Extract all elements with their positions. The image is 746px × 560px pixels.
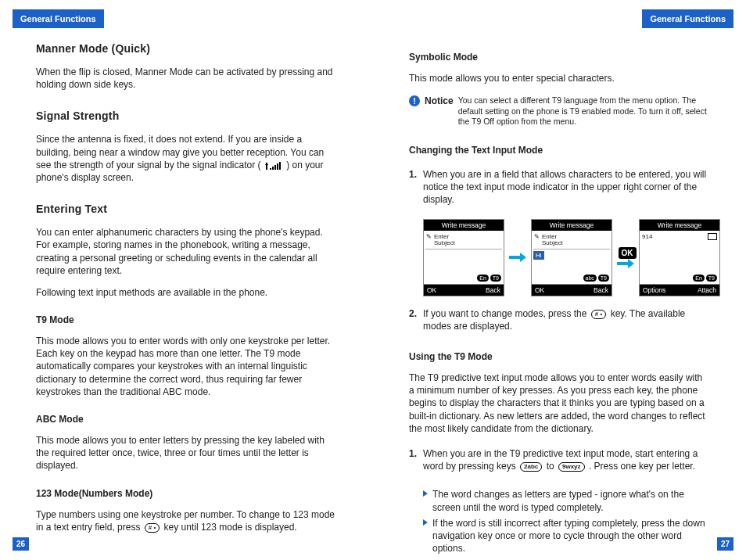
indicator-t9: T9 xyxy=(598,275,609,282)
text-entering-2: Following text input methods are availab… xyxy=(36,286,337,299)
indicator-t9: T9 xyxy=(490,275,501,282)
text-using-t9: The T9 predictive text input mode allows… xyxy=(409,372,710,435)
phone-body: ✎ Enter Subject En T9 xyxy=(424,231,504,285)
notice-block: ! Notice You can select a different T9 l… xyxy=(409,95,710,127)
text-symbolic-mode: This mode allows you to enter special ch… xyxy=(409,72,710,84)
using-t9-bullets: The word changes as letters are typed - … xyxy=(423,485,710,558)
phone-screen-3: Write message 914 En T9 Options Attach xyxy=(639,219,720,296)
heading-manner-mode: Manner Mode (Quick) xyxy=(36,42,337,55)
text-t9-mode: This mode allows you to enter words with… xyxy=(36,335,337,398)
using-t9-bullet-2: If the word is still incorrect after typ… xyxy=(423,517,710,555)
changing-step-2a: If you want to change modes, press the xyxy=(423,308,590,319)
hash-key-icon: # • xyxy=(591,310,606,319)
notice-text: You can select a different T9 language f… xyxy=(458,95,710,127)
indicator-t9: T9 xyxy=(706,275,717,282)
phone-subject-text: Enter Subject xyxy=(542,234,563,248)
indicator-en: En xyxy=(693,275,705,282)
changing-mode-steps-2: 2. If you want to change modes, press th… xyxy=(409,304,710,336)
phone-softkeys: OK Back xyxy=(424,285,504,296)
list-number: 1. xyxy=(409,447,417,460)
changing-step-1: 1. When you are in a field that allows c… xyxy=(409,168,710,206)
phone-softkeys: OK Back xyxy=(532,285,612,296)
list-number: 1. xyxy=(409,168,417,181)
phone-softkeys: Options Attach xyxy=(640,285,719,296)
text-manner-mode: When the flip is closed, Manner Mode can… xyxy=(36,66,337,91)
page-number-right: 27 xyxy=(717,537,733,551)
phone-indicator-icon xyxy=(708,233,717,240)
arrow-right-icon xyxy=(509,253,526,262)
key-2-icon: 2abc xyxy=(520,462,542,472)
softkey-right: Back xyxy=(594,286,608,294)
ok-badge: OK xyxy=(619,247,637,259)
input-mode-indicator: abc T9 xyxy=(583,275,609,282)
page-right: General Functions Symbolic Mode This mod… xyxy=(373,0,746,560)
changing-step-2: 2. If you want to change modes, press th… xyxy=(409,307,710,332)
compose-icon: ✎ xyxy=(426,234,432,241)
input-mode-indicator: En T9 xyxy=(477,275,501,282)
heading-symbolic-mode: Symbolic Mode xyxy=(409,52,710,63)
heading-using-t9: Using the T9 Mode xyxy=(409,351,710,362)
compose-icon: ✎ xyxy=(534,234,540,241)
manual-spread: General Functions Manner Mode (Quick) Wh… xyxy=(0,0,746,560)
text-123-mode: Type numbers using one keystroke per num… xyxy=(36,508,337,533)
header-row-right: General Functions xyxy=(409,9,710,28)
phone-title: Write message xyxy=(424,220,504,231)
text-123-b: key until 123 mode is displayed. xyxy=(164,522,297,533)
heading-changing-mode: Changing the Text Input Mode xyxy=(409,145,710,156)
heading-entering-text: Entering Text xyxy=(36,203,337,215)
using-t9-bullet-1: The word changes as letters are typed - … xyxy=(423,488,710,513)
phone-char-count: 914 xyxy=(642,233,652,240)
list-number: 2. xyxy=(409,307,417,320)
softkey-right: Back xyxy=(486,286,500,294)
using-t9-steps: 1. When you are in the T9 predictive tex… xyxy=(409,444,710,476)
using-step-1b: to xyxy=(547,461,557,472)
using-step-1c: . Press one key per letter. xyxy=(589,461,695,472)
signal-strength-icon xyxy=(265,161,282,170)
phone-body: 914 En T9 xyxy=(640,231,719,285)
page-left: General Functions Manner Mode (Quick) Wh… xyxy=(0,0,373,560)
indicator-en: En xyxy=(477,275,489,282)
heading-abc-mode: ABC Mode xyxy=(36,414,337,425)
phone-subject-text: Enter Subject xyxy=(434,234,455,248)
phone-screen-1: Write message ✎ Enter Subject En T9 OK B… xyxy=(423,219,504,296)
softkey-left: OK xyxy=(427,286,436,294)
section-tab-right: General Functions xyxy=(642,9,733,28)
info-icon: ! xyxy=(409,95,420,106)
phone-title: Write message xyxy=(532,220,612,231)
phone-title: Write message xyxy=(640,220,719,231)
page-number-left: 26 xyxy=(13,537,29,551)
text-abc-mode: This mode allows you to enter letters by… xyxy=(36,434,337,472)
using-t9-step-1: 1. When you are in the T9 predictive tex… xyxy=(409,447,710,472)
input-mode-indicator: En T9 xyxy=(693,275,717,282)
notice-label: Notice xyxy=(425,95,454,106)
text-entering-1: You can enter alphanumeric characters by… xyxy=(36,226,337,277)
phone-subject-field: ✎ Enter Subject xyxy=(533,232,610,250)
heading-t9-mode: T9 Mode xyxy=(36,314,337,325)
header-row-left: General Functions xyxy=(36,9,337,28)
softkey-left: OK xyxy=(535,286,544,294)
key-9-icon: 9wxyz xyxy=(558,462,585,472)
phone-subject-field: ✎ Enter Subject xyxy=(425,232,502,250)
indicator-abc: abc xyxy=(583,275,597,282)
heading-123-mode: 123 Mode(Numbers Mode) xyxy=(36,488,337,499)
phone-screen-2: Write message ✎ Enter Subject Hi abc T9 … xyxy=(531,219,612,296)
section-tab-left: General Functions xyxy=(13,9,104,28)
text-signal-strength: Since the antenna is fixed, it does not … xyxy=(36,133,337,184)
phone-typed-text: Hi xyxy=(533,251,544,260)
hash-key-icon: # • xyxy=(145,523,160,533)
softkey-left: Options xyxy=(643,286,665,294)
changing-step-1-text: When you are in a field that allows char… xyxy=(423,169,706,205)
heading-signal-strength: Signal Strength xyxy=(36,109,337,122)
phone-body: ✎ Enter Subject Hi abc T9 xyxy=(532,231,612,285)
phone-screens-row: Write message ✎ Enter Subject En T9 OK B… xyxy=(423,219,710,296)
arrow-right-icon xyxy=(617,259,634,268)
changing-mode-steps: 1. When you are in a field that allows c… xyxy=(409,165,710,210)
softkey-right: Attach xyxy=(698,286,716,294)
